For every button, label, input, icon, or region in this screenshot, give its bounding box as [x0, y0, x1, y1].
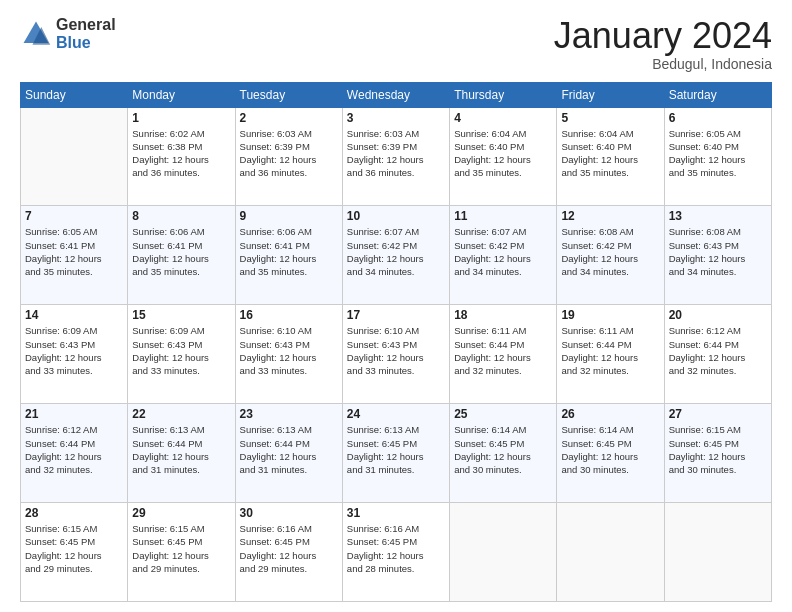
page: General Blue January 2024 Bedugul, Indon… — [0, 0, 792, 612]
cell-content: Sunrise: 6:10 AM Sunset: 6:43 PM Dayligh… — [347, 324, 445, 377]
calendar-week-row: 28Sunrise: 6:15 AM Sunset: 6:45 PM Dayli… — [21, 503, 772, 602]
cell-content: Sunrise: 6:04 AM Sunset: 6:40 PM Dayligh… — [561, 127, 659, 180]
table-row: 7Sunrise: 6:05 AM Sunset: 6:41 PM Daylig… — [21, 206, 128, 305]
table-row: 17Sunrise: 6:10 AM Sunset: 6:43 PM Dayli… — [342, 305, 449, 404]
cell-content: Sunrise: 6:07 AM Sunset: 6:42 PM Dayligh… — [347, 225, 445, 278]
logo-general-text: General — [56, 16, 116, 34]
day-number: 4 — [454, 111, 552, 125]
cell-content: Sunrise: 6:08 AM Sunset: 6:42 PM Dayligh… — [561, 225, 659, 278]
cell-content: Sunrise: 6:07 AM Sunset: 6:42 PM Dayligh… — [454, 225, 552, 278]
cell-content: Sunrise: 6:05 AM Sunset: 6:40 PM Dayligh… — [669, 127, 767, 180]
cell-content: Sunrise: 6:13 AM Sunset: 6:44 PM Dayligh… — [240, 423, 338, 476]
cell-content: Sunrise: 6:05 AM Sunset: 6:41 PM Dayligh… — [25, 225, 123, 278]
table-row: 21Sunrise: 6:12 AM Sunset: 6:44 PM Dayli… — [21, 404, 128, 503]
table-row: 26Sunrise: 6:14 AM Sunset: 6:45 PM Dayli… — [557, 404, 664, 503]
table-row: 27Sunrise: 6:15 AM Sunset: 6:45 PM Dayli… — [664, 404, 771, 503]
col-thursday: Thursday — [450, 82, 557, 107]
calendar-week-row: 21Sunrise: 6:12 AM Sunset: 6:44 PM Dayli… — [21, 404, 772, 503]
table-row: 22Sunrise: 6:13 AM Sunset: 6:44 PM Dayli… — [128, 404, 235, 503]
table-row: 24Sunrise: 6:13 AM Sunset: 6:45 PM Dayli… — [342, 404, 449, 503]
day-number: 16 — [240, 308, 338, 322]
table-row: 16Sunrise: 6:10 AM Sunset: 6:43 PM Dayli… — [235, 305, 342, 404]
cell-content: Sunrise: 6:09 AM Sunset: 6:43 PM Dayligh… — [132, 324, 230, 377]
cell-content: Sunrise: 6:12 AM Sunset: 6:44 PM Dayligh… — [669, 324, 767, 377]
table-row: 23Sunrise: 6:13 AM Sunset: 6:44 PM Dayli… — [235, 404, 342, 503]
cell-content: Sunrise: 6:16 AM Sunset: 6:45 PM Dayligh… — [347, 522, 445, 575]
cell-content: Sunrise: 6:06 AM Sunset: 6:41 PM Dayligh… — [240, 225, 338, 278]
table-row: 5Sunrise: 6:04 AM Sunset: 6:40 PM Daylig… — [557, 107, 664, 206]
table-row: 9Sunrise: 6:06 AM Sunset: 6:41 PM Daylig… — [235, 206, 342, 305]
cell-content: Sunrise: 6:04 AM Sunset: 6:40 PM Dayligh… — [454, 127, 552, 180]
title-block: January 2024 Bedugul, Indonesia — [554, 16, 772, 72]
logo: General Blue — [20, 16, 116, 51]
table-row: 14Sunrise: 6:09 AM Sunset: 6:43 PM Dayli… — [21, 305, 128, 404]
table-row: 28Sunrise: 6:15 AM Sunset: 6:45 PM Dayli… — [21, 503, 128, 602]
day-number: 14 — [25, 308, 123, 322]
col-friday: Friday — [557, 82, 664, 107]
cell-content: Sunrise: 6:11 AM Sunset: 6:44 PM Dayligh… — [561, 324, 659, 377]
day-number: 3 — [347, 111, 445, 125]
cell-content: Sunrise: 6:10 AM Sunset: 6:43 PM Dayligh… — [240, 324, 338, 377]
cell-content: Sunrise: 6:02 AM Sunset: 6:38 PM Dayligh… — [132, 127, 230, 180]
cell-content: Sunrise: 6:11 AM Sunset: 6:44 PM Dayligh… — [454, 324, 552, 377]
calendar-week-row: 14Sunrise: 6:09 AM Sunset: 6:43 PM Dayli… — [21, 305, 772, 404]
table-row: 13Sunrise: 6:08 AM Sunset: 6:43 PM Dayli… — [664, 206, 771, 305]
cell-content: Sunrise: 6:13 AM Sunset: 6:44 PM Dayligh… — [132, 423, 230, 476]
day-number: 10 — [347, 209, 445, 223]
cell-content: Sunrise: 6:03 AM Sunset: 6:39 PM Dayligh… — [347, 127, 445, 180]
cell-content: Sunrise: 6:12 AM Sunset: 6:44 PM Dayligh… — [25, 423, 123, 476]
day-number: 13 — [669, 209, 767, 223]
col-monday: Monday — [128, 82, 235, 107]
col-saturday: Saturday — [664, 82, 771, 107]
day-number: 28 — [25, 506, 123, 520]
month-year: January 2024 — [554, 16, 772, 56]
table-row: 29Sunrise: 6:15 AM Sunset: 6:45 PM Dayli… — [128, 503, 235, 602]
table-row: 12Sunrise: 6:08 AM Sunset: 6:42 PM Dayli… — [557, 206, 664, 305]
day-number: 17 — [347, 308, 445, 322]
table-row — [664, 503, 771, 602]
calendar-header-row: Sunday Monday Tuesday Wednesday Thursday… — [21, 82, 772, 107]
calendar-week-row: 7Sunrise: 6:05 AM Sunset: 6:41 PM Daylig… — [21, 206, 772, 305]
cell-content: Sunrise: 6:15 AM Sunset: 6:45 PM Dayligh… — [132, 522, 230, 575]
calendar-week-row: 1Sunrise: 6:02 AM Sunset: 6:38 PM Daylig… — [21, 107, 772, 206]
table-row: 1Sunrise: 6:02 AM Sunset: 6:38 PM Daylig… — [128, 107, 235, 206]
cell-content: Sunrise: 6:16 AM Sunset: 6:45 PM Dayligh… — [240, 522, 338, 575]
col-tuesday: Tuesday — [235, 82, 342, 107]
table-row — [21, 107, 128, 206]
day-number: 31 — [347, 506, 445, 520]
day-number: 9 — [240, 209, 338, 223]
table-row: 11Sunrise: 6:07 AM Sunset: 6:42 PM Dayli… — [450, 206, 557, 305]
day-number: 25 — [454, 407, 552, 421]
day-number: 30 — [240, 506, 338, 520]
day-number: 27 — [669, 407, 767, 421]
day-number: 19 — [561, 308, 659, 322]
cell-content: Sunrise: 6:06 AM Sunset: 6:41 PM Dayligh… — [132, 225, 230, 278]
day-number: 12 — [561, 209, 659, 223]
cell-content: Sunrise: 6:14 AM Sunset: 6:45 PM Dayligh… — [561, 423, 659, 476]
table-row: 25Sunrise: 6:14 AM Sunset: 6:45 PM Dayli… — [450, 404, 557, 503]
day-number: 15 — [132, 308, 230, 322]
cell-content: Sunrise: 6:08 AM Sunset: 6:43 PM Dayligh… — [669, 225, 767, 278]
table-row: 18Sunrise: 6:11 AM Sunset: 6:44 PM Dayli… — [450, 305, 557, 404]
table-row: 20Sunrise: 6:12 AM Sunset: 6:44 PM Dayli… — [664, 305, 771, 404]
location: Bedugul, Indonesia — [554, 56, 772, 72]
day-number: 5 — [561, 111, 659, 125]
day-number: 2 — [240, 111, 338, 125]
cell-content: Sunrise: 6:09 AM Sunset: 6:43 PM Dayligh… — [25, 324, 123, 377]
table-row — [450, 503, 557, 602]
cell-content: Sunrise: 6:14 AM Sunset: 6:45 PM Dayligh… — [454, 423, 552, 476]
logo-icon — [20, 18, 52, 50]
day-number: 11 — [454, 209, 552, 223]
table-row: 8Sunrise: 6:06 AM Sunset: 6:41 PM Daylig… — [128, 206, 235, 305]
cell-content: Sunrise: 6:15 AM Sunset: 6:45 PM Dayligh… — [669, 423, 767, 476]
day-number: 29 — [132, 506, 230, 520]
day-number: 7 — [25, 209, 123, 223]
table-row: 4Sunrise: 6:04 AM Sunset: 6:40 PM Daylig… — [450, 107, 557, 206]
day-number: 8 — [132, 209, 230, 223]
logo-blue-text: Blue — [56, 34, 116, 52]
table-row — [557, 503, 664, 602]
cell-content: Sunrise: 6:15 AM Sunset: 6:45 PM Dayligh… — [25, 522, 123, 575]
day-number: 18 — [454, 308, 552, 322]
day-number: 24 — [347, 407, 445, 421]
table-row: 10Sunrise: 6:07 AM Sunset: 6:42 PM Dayli… — [342, 206, 449, 305]
